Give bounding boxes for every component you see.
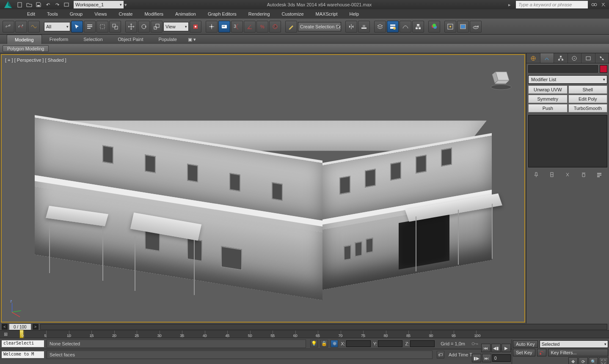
tab-display-icon[interactable] [581,53,595,63]
keyboard-shortcut-override-icon[interactable] [218,21,230,33]
trackbar-config-icon[interactable]: ⊞ [2,331,9,337]
add-time-tag-icon[interactable]: 🏷 [437,351,444,359]
move-icon[interactable] [125,21,137,33]
mod-turbosmooth[interactable]: TurboSmooth [568,104,608,112]
time-slider-left-icon[interactable]: < [2,324,8,330]
selection-filter-select[interactable]: All [44,22,70,31]
selection-lock-bulb-icon[interactable]: 💡 [310,340,318,348]
menu-rendering[interactable]: Rendering [242,9,276,19]
ribbon-expand-icon[interactable]: ▣ ▾ [185,35,199,44]
maxscript-log-line1[interactable]: clearSelecti [2,340,44,347]
y-input[interactable] [378,340,402,347]
z-input[interactable] [410,340,435,347]
absolute-transform-icon[interactable]: ⊕ [331,340,338,348]
tab-populate[interactable]: Populate [151,35,184,44]
modifier-list-select[interactable]: Modifier List [528,75,607,84]
scale-icon[interactable] [151,21,163,33]
mod-symmetry[interactable]: Symmetry [528,95,568,103]
make-unique-icon[interactable] [563,171,572,178]
snap-3d-icon[interactable]: 3 [231,21,243,33]
select-by-name-icon[interactable] [84,21,96,33]
link-icon[interactable] [3,21,14,33]
bind-space-warp-icon[interactable] [28,21,40,33]
search-arrow-icon[interactable]: ▸ [508,2,514,8]
tab-freeform[interactable]: Freeform [42,35,76,44]
remove-modifier-icon[interactable] [579,171,588,178]
search-input[interactable]: Type a keyword or phrase [516,1,588,8]
menu-edit[interactable]: Edit [21,9,41,19]
mod-shell[interactable]: Shell [568,85,608,94]
viewport-pan-icon[interactable]: ✥ [568,357,578,364]
time-slider-track[interactable] [40,324,607,330]
render-production-icon[interactable] [470,21,482,33]
align-icon[interactable] [358,21,370,33]
goto-end-icon[interactable]: ⏭ [482,354,491,362]
edit-named-selection-icon[interactable] [285,21,297,33]
select-object-icon[interactable] [71,21,83,33]
menu-views[interactable]: Views [88,9,113,19]
coord-system-select[interactable]: View [163,22,189,31]
workspace-select[interactable]: Workspace_1 [74,1,124,8]
redo-icon[interactable]: ↷ [53,1,61,8]
current-frame-input[interactable]: 0 [492,354,511,362]
ribbon-panel-polygon-modeling[interactable]: Polygon Modeling [3,45,49,52]
viewport-orbit-icon[interactable]: ⟳ [579,357,588,364]
tab-modeling[interactable]: Modeling [7,35,42,44]
unlink-icon[interactable] [15,21,27,33]
viewport-perspective[interactable]: [ + ] [ Perspective ] [ Shaded ] [1,54,525,323]
modifier-stack[interactable] [528,115,607,167]
menu-create[interactable]: Create [113,9,138,19]
mod-push[interactable]: Push [528,104,568,112]
configure-sets-icon[interactable] [595,171,604,178]
viewport-maximize-icon[interactable]: ⛶ [599,357,608,364]
tab-object-paint[interactable]: Object Paint [110,35,151,44]
menu-maxscript[interactable]: MAXScript [310,9,344,19]
play-icon[interactable]: ▶ [502,344,511,352]
open-icon[interactable] [25,1,33,8]
window-crossing-icon[interactable] [109,21,121,33]
percent-snap-icon[interactable]: % [256,21,268,33]
angle-snap-icon[interactable] [244,21,256,33]
x-input[interactable] [346,340,371,347]
object-name-input[interactable] [528,65,598,73]
menu-modifiers[interactable]: Modifiers [138,9,169,19]
show-result-icon[interactable] [547,171,557,178]
auto-key-button[interactable]: Auto Key [513,340,538,348]
named-selection-select[interactable]: Create Selection Se [298,22,341,31]
lock-icon[interactable]: 🔒 [320,340,328,348]
mod-edit-poly[interactable]: Edit Poly [568,95,608,103]
menu-customize[interactable]: Customize [276,9,310,19]
render-frame-window-icon[interactable] [457,21,469,33]
new-icon[interactable] [16,1,24,8]
render-setup-icon[interactable] [444,21,456,33]
menu-tools[interactable]: Tools [41,9,64,19]
material-editor-icon[interactable] [428,21,440,33]
help-icon[interactable] [600,1,607,8]
schematic-view-icon[interactable] [412,21,424,33]
rotate-icon[interactable] [138,21,150,33]
save-icon[interactable] [35,1,42,8]
goto-start-icon[interactable]: ⏮ [481,344,491,352]
prev-frame-icon[interactable]: ◀▮ [491,344,501,352]
tab-motion-icon[interactable] [568,53,582,63]
mod-unwrap-uvw[interactable]: Unwrap UVW [528,85,568,94]
spinner-snap-icon[interactable] [269,21,281,33]
track-bar[interactable]: ⊞ 0 5 10 15 20 25 30 35 40 45 50 55 60 6… [0,330,609,338]
manipulate-icon[interactable] [206,21,218,33]
pivot-center-icon[interactable] [190,21,201,33]
curve-editor-icon[interactable] [400,21,411,33]
mirror-icon[interactable] [345,21,357,33]
workspace-dropdown-icon[interactable]: ▾ [124,2,130,8]
viewport-zoom-icon[interactable]: 🔍 [589,357,598,364]
set-key-button[interactable]: Set Key [513,349,535,356]
time-slider-right-icon[interactable]: > [33,324,39,330]
tab-hierarchy-icon[interactable] [554,53,568,63]
tab-utilities-icon[interactable] [595,53,609,63]
set-key-mode-icon[interactable] [537,349,546,356]
key-filters-button[interactable]: Key Filters... [548,349,608,356]
app-logo[interactable] [2,0,14,9]
menu-group[interactable]: Group [64,9,89,19]
rectangle-region-icon[interactable] [96,21,108,33]
layers-icon[interactable] [374,21,386,33]
communication-center-icon[interactable] [590,1,598,8]
